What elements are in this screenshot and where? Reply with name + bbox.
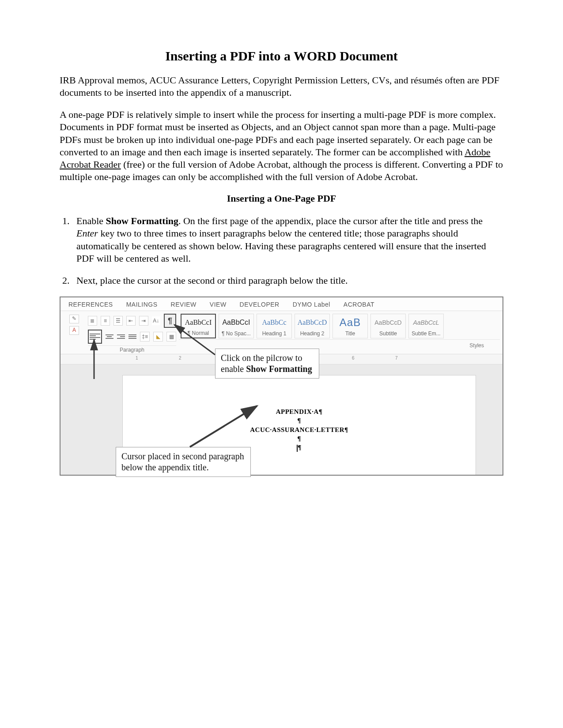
sort-icon[interactable]: A↓ xyxy=(152,316,160,325)
step1-show-formatting: Show Formatting xyxy=(106,215,178,226)
style-tile--no-spac-[interactable]: AaBbCcI¶ No Spac... xyxy=(219,314,254,338)
tab-developer[interactable]: DEVELOPER xyxy=(240,301,280,308)
appendix-pilcrow-1: ¶ xyxy=(123,416,476,425)
style-sample: AaBbCcI xyxy=(222,314,250,330)
callout1-b: Show Formatting xyxy=(246,364,312,374)
document-title: Inserting a PDF into a WORD Document xyxy=(60,49,503,64)
ruler-tick: 2 xyxy=(179,356,181,360)
font-color-icon[interactable]: A xyxy=(69,326,79,335)
tab-view[interactable]: VIEW xyxy=(210,301,227,308)
shading-icon[interactable]: ◣ xyxy=(153,332,163,341)
align-left-button[interactable] xyxy=(88,330,102,344)
style-sample: AaBbCcL xyxy=(413,314,439,330)
step1-a: Enable xyxy=(76,215,106,226)
section-heading-onepage: Inserting a One-Page PDF xyxy=(60,193,503,204)
style-name-label: Heading 1 xyxy=(262,330,287,337)
bullets-icon[interactable]: ≣ xyxy=(88,316,97,326)
text-cursor xyxy=(297,445,298,452)
ribbon-tabs: REFERENCES MAILINGS REVIEW VIEW DEVELOPE… xyxy=(60,297,503,311)
borders-icon[interactable]: ▦ xyxy=(166,332,176,341)
style-name-label: ¶ Normal xyxy=(188,330,209,336)
style-tile--normal[interactable]: AaBbCcI¶ Normal xyxy=(181,314,216,338)
appendix-pilcrow-2: ¶ xyxy=(123,434,476,443)
clipboard-font-mini-group: ✎ A xyxy=(63,313,85,354)
style-sample: AaBbCcD xyxy=(298,314,327,330)
style-sample: AaBbCc xyxy=(262,314,286,330)
style-sample: AaBbCcD xyxy=(374,314,401,330)
numbering-icon[interactable]: ≡ xyxy=(101,316,110,326)
p2-part-b: (free) or the full version of Adobe Acro… xyxy=(60,159,503,182)
ruler-tick: 6 xyxy=(352,356,355,360)
step1-e: key two to three times to insert paragra… xyxy=(76,228,486,263)
ribbon-body: ✎ A ≣ ≡ ☰ ⇤ ⇥ A↓ ¶ xyxy=(60,311,503,354)
step-1: Enable Show Formatting. On the first pag… xyxy=(72,215,503,265)
decrease-indent-icon[interactable]: ⇤ xyxy=(126,316,136,326)
intro-paragraph-1: IRB Approval memos, ACUC Assurance Lette… xyxy=(60,74,503,99)
paragraph-group: ≣ ≡ ☰ ⇤ ⇥ A↓ ¶ ‡≡ ◣ ▦ xyxy=(85,313,179,354)
style-sample: AaB xyxy=(340,314,361,330)
style-gallery: AaBbCcI¶ NormalAaBbCcI¶ No Spac...AaBbCc… xyxy=(179,313,500,339)
step1-enter-key: Enter xyxy=(76,228,98,239)
callout-cursor-placement: Cursor placed in second paragraph below … xyxy=(116,447,251,477)
style-sample: AaBbCcI xyxy=(185,315,212,330)
tab-mailings[interactable]: MAILINGS xyxy=(126,301,158,308)
tab-dymo-label[interactable]: DYMO Label xyxy=(293,301,330,308)
appendix-title-block: APPENDIX·A¶ ¶ ACUC·ASSURANCE·LETTER¶ ¶ ¶ xyxy=(123,375,476,452)
justify-icon[interactable] xyxy=(128,332,136,341)
tab-references[interactable]: REFERENCES xyxy=(68,301,113,308)
style-name-label: Subtle Em... xyxy=(412,330,440,337)
show-formatting-button[interactable]: ¶ xyxy=(164,314,176,328)
paragraph-group-label: Paragraph xyxy=(88,345,176,354)
format-painter-icon[interactable]: ✎ xyxy=(69,315,79,323)
steps-list: Enable Show Formatting. On the first pag… xyxy=(60,215,503,287)
multilevel-icon[interactable]: ☰ xyxy=(113,316,123,326)
align-right-icon[interactable] xyxy=(117,332,125,341)
style-tile-title[interactable]: AaBTitle xyxy=(333,314,368,338)
style-tile-heading-2[interactable]: AaBbCcDHeading 2 xyxy=(295,314,330,338)
style-name-label: Title xyxy=(345,330,355,337)
tab-acrobat[interactable]: ACROBAT xyxy=(344,301,374,308)
tab-review[interactable]: REVIEW xyxy=(171,301,196,308)
ruler-tick: 1 xyxy=(136,356,138,360)
intro-paragraph-2: A one-page PDF is relatively simple to i… xyxy=(60,109,503,183)
line-spacing-icon[interactable]: ‡≡ xyxy=(140,332,150,341)
style-tile-subtle-em-[interactable]: AaBbCcLSubtle Em... xyxy=(408,314,444,338)
callout2-text: Cursor placed in second paragraph below … xyxy=(121,451,244,472)
callout-pilcrow: Click on the pilcrow to enable Show Form… xyxy=(215,349,319,379)
p2-part-a: A one-page PDF is relatively simple to i… xyxy=(60,109,496,157)
increase-indent-icon[interactable]: ⇥ xyxy=(139,316,148,326)
step1-c: . On the first page of the appendix, pla… xyxy=(178,215,483,226)
style-name-label: Heading 2 xyxy=(300,330,325,337)
style-tile-heading-1[interactable]: AaBbCcHeading 1 xyxy=(257,314,292,338)
style-tile-subtitle[interactable]: AaBbCcDSubtitle xyxy=(370,314,406,338)
appendix-line-2: ACUC·ASSURANCE·LETTER¶ xyxy=(123,425,476,434)
step-2: Next, place the cursor at the second or … xyxy=(72,274,503,287)
align-center-icon[interactable] xyxy=(106,332,113,341)
styles-group: AaBbCcI¶ NormalAaBbCcI¶ No Spac...AaBbCc… xyxy=(179,313,500,354)
style-name-label: Subtitle xyxy=(379,330,397,337)
ruler-tick: 7 xyxy=(395,356,398,360)
style-name-label: ¶ No Spac... xyxy=(222,330,251,337)
appendix-line-1: APPENDIX·A¶ xyxy=(123,407,476,416)
